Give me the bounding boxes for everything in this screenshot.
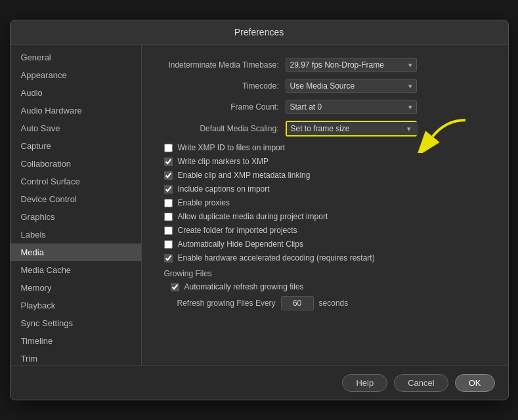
auto-refresh-row: Automatically refresh growing files [164, 282, 492, 291]
scaling-label: Default Media Scaling: [158, 124, 286, 133]
indeterminate-label: Indeterminate Media Timebase: [158, 60, 286, 70]
checkbox-row-8: Enable hardware accelerated decoding (re… [158, 253, 492, 262]
refresh-interval-input[interactable] [281, 296, 314, 310]
checkboxes-section: Write XMP ID to files on importWrite cli… [158, 143, 492, 262]
checkbox-row-2: Enable clip and XMP metadata linking [158, 171, 492, 180]
refresh-every-row: Refresh growing Files Every seconds [164, 296, 492, 310]
sidebar-item-timeline[interactable]: Timeline [11, 332, 141, 350]
checkbox-label-1: Write clip markers to XMP [178, 157, 269, 166]
checkbox-1[interactable] [164, 158, 173, 166]
sidebar-item-audio-hardware[interactable]: Audio Hardware [11, 102, 141, 119]
auto-refresh-label: Automatically refresh growing files [184, 282, 304, 291]
checkbox-4[interactable] [164, 199, 173, 207]
preferences-dialog: Preferences GeneralAppearanceAudioAudio … [10, 20, 509, 400]
checkbox-label-3: Include captions on import [178, 184, 270, 194]
indeterminate-select-wrapper: 29.97 fps Non-Drop-Frame [286, 58, 417, 72]
checkbox-2[interactable] [164, 171, 173, 180]
cancel-button[interactable]: Cancel [394, 374, 448, 392]
checkbox-row-6: Create folder for imported projects [158, 226, 492, 235]
timecode-row: Timecode: Use Media Source [158, 79, 492, 93]
dialog-title: Preferences [11, 20, 508, 45]
timecode-label: Timecode: [158, 81, 286, 91]
timecode-select[interactable]: Use Media Source [286, 79, 417, 93]
sidebar-item-sync-settings[interactable]: Sync Settings [11, 314, 141, 332]
checkbox-row-5: Allow duplicate media during project imp… [158, 212, 492, 221]
sidebar-item-device-control[interactable]: Device Control [11, 190, 141, 208]
auto-refresh-checkbox[interactable] [171, 283, 179, 291]
checkbox-row-3: Include captions on import [158, 184, 492, 194]
sidebar-item-media-cache[interactable]: Media Cache [11, 261, 141, 279]
checkbox-row-7: Automatically Hide Dependent Clips [158, 240, 492, 249]
checkbox-label-2: Enable clip and XMP metadata linking [178, 171, 311, 180]
checkbox-8[interactable] [164, 254, 173, 262]
sidebar-item-playback[interactable]: Playback [11, 297, 141, 314]
sidebar-item-auto-save[interactable]: Auto Save [11, 119, 141, 137]
dialog-body: GeneralAppearanceAudioAudio HardwareAuto… [11, 45, 508, 366]
sidebar-item-capture[interactable]: Capture [11, 137, 141, 155]
help-button[interactable]: Help [342, 374, 387, 392]
timecode-select-wrapper: Use Media Source [286, 79, 417, 93]
sidebar-item-audio[interactable]: Audio [11, 84, 141, 102]
checkbox-label-7: Automatically Hide Dependent Clips [178, 240, 303, 249]
sidebar-item-appearance[interactable]: Appearance [11, 66, 141, 84]
scaling-select-wrapper: Set to frame size [286, 121, 417, 136]
arrow-indicator [413, 114, 472, 153]
checkbox-0[interactable] [164, 144, 173, 152]
checkbox-label-8: Enable hardware accelerated decoding (re… [178, 253, 375, 262]
sidebar-item-graphics[interactable]: Graphics [11, 208, 141, 226]
growing-files-label: Growing Files [164, 269, 492, 278]
checkbox-row-4: Enable proxies [158, 198, 492, 207]
scaling-select[interactable]: Set to frame size [287, 122, 418, 135]
sidebar-item-memory[interactable]: Memory [11, 279, 141, 297]
content-panel: Indeterminate Media Timebase: 29.97 fps … [142, 45, 508, 366]
refresh-every-label: Refresh growing Files Every [177, 299, 276, 308]
framecount-select-wrapper: Start at 0 [286, 100, 417, 114]
growing-files-section: Growing Files Automatically refresh grow… [158, 269, 492, 310]
framecount-select[interactable]: Start at 0 [286, 100, 417, 114]
sidebar: GeneralAppearanceAudioAudio HardwareAuto… [11, 45, 142, 366]
checkbox-5[interactable] [164, 213, 173, 221]
sidebar-item-labels[interactable]: Labels [11, 226, 141, 243]
sidebar-item-control-surface[interactable]: Control Surface [11, 173, 141, 190]
framecount-row: Frame Count: Start at 0 [158, 100, 492, 114]
checkbox-label-6: Create folder for imported projects [178, 226, 297, 235]
dialog-footer: Help Cancel OK [11, 366, 508, 400]
seconds-label: seconds [319, 299, 349, 308]
sidebar-item-trim[interactable]: Trim [11, 350, 141, 366]
indeterminate-select[interactable]: 29.97 fps Non-Drop-Frame [286, 58, 417, 72]
checkbox-6[interactable] [164, 226, 173, 235]
sidebar-item-collaboration[interactable]: Collaboration [11, 155, 141, 173]
checkbox-7[interactable] [164, 240, 173, 249]
indeterminate-row: Indeterminate Media Timebase: 29.97 fps … [158, 58, 492, 72]
checkbox-label-4: Enable proxies [178, 198, 230, 207]
framecount-label: Frame Count: [158, 102, 286, 112]
sidebar-item-media[interactable]: Media [11, 243, 141, 261]
sidebar-item-general[interactable]: General [11, 49, 141, 66]
checkbox-label-0: Write XMP ID to files on import [178, 143, 286, 152]
checkbox-label-5: Allow duplicate media during project imp… [178, 212, 328, 221]
checkbox-row-1: Write clip markers to XMP [158, 157, 492, 166]
checkbox-3[interactable] [164, 185, 173, 194]
ok-button[interactable]: OK [455, 374, 495, 392]
